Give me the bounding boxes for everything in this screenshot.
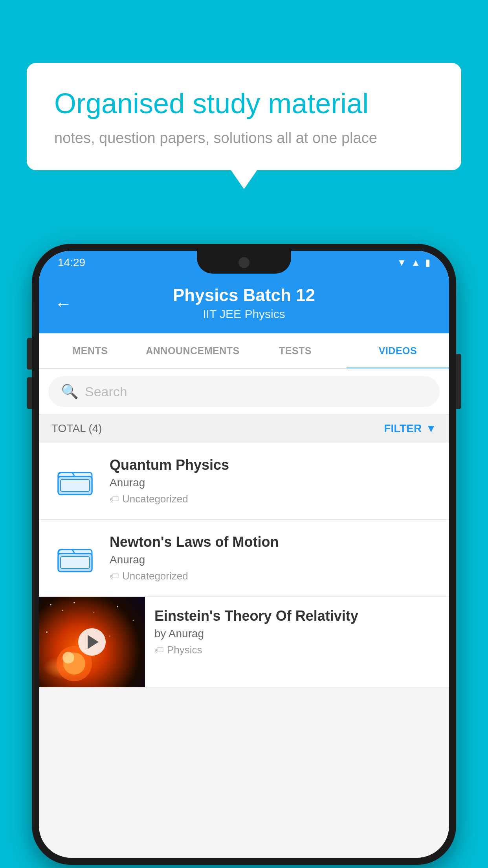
folder-icon [57,542,93,574]
video-title-2: Newton's Laws of Motion [110,534,437,550]
svg-point-7 [62,610,63,611]
video-tag-2: 🏷 Uncategorized [110,570,437,582]
video-title-1: Quantum Physics [110,457,437,473]
folder-icon [57,465,93,497]
phone-volume-down-button [27,377,32,409]
video-info-1: Quantum Physics Anurag 🏷 Uncategorized [110,457,437,505]
search-icon: 🔍 [61,383,79,400]
filter-icon: ▼ [426,422,437,435]
phone-camera [238,257,250,268]
video-title-3: Einstein's Theory Of Relativity [154,608,440,624]
total-count: TOTAL (4) [51,422,102,435]
list-item[interactable]: Newton's Laws of Motion Anurag 🏷 Uncateg… [39,520,449,597]
wifi-icon: ▼ [397,257,406,268]
bubble-subtitle: notes, question papers, solutions all at… [54,130,434,147]
video-tag-3: 🏷 Physics [154,644,440,656]
tag-label-2: Uncategorized [122,570,188,582]
svg-rect-2 [61,480,90,491]
svg-point-6 [50,604,51,605]
battery-icon: ▮ [425,257,430,268]
play-button-3[interactable] [78,628,106,656]
tag-icon-2: 🏷 [110,571,119,582]
search-placeholder: Search [85,384,127,399]
filter-label: FILTER [384,422,422,435]
tab-videos[interactable]: VIDEOS [347,333,449,368]
video-list: Quantum Physics Anurag 🏷 Uncategorized [39,443,449,688]
video-thumbnail-3 [39,597,145,687]
phone-power-button [456,354,461,409]
list-item[interactable]: Einstein's Theory Of Relativity by Anura… [39,597,449,688]
back-button[interactable]: ← [55,294,72,314]
tab-announcements[interactable]: ANNOUNCEMENTS [141,333,244,368]
status-icons: ▼ ▲ ▮ [397,257,430,268]
video-info-3: Einstein's Theory Of Relativity by Anura… [145,597,449,667]
tag-label-3: Physics [167,644,202,656]
phone-notch [197,251,291,274]
video-author-3: by Anurag [154,627,440,640]
filter-bar: TOTAL (4) FILTER ▼ [39,414,449,443]
svg-point-8 [73,602,75,603]
speech-bubble-container: Organised study material notes, question… [27,63,461,170]
svg-rect-5 [61,557,90,568]
video-author-2: Anurag [110,554,437,566]
svg-point-13 [109,636,110,637]
svg-point-10 [117,606,118,607]
svg-point-9 [94,612,95,613]
app-header: ← Physics Batch 12 IIT JEE Physics [39,274,449,333]
tab-tests[interactable]: TESTS [244,333,347,368]
status-time: 14:29 [58,256,85,269]
tag-icon-1: 🏷 [110,494,119,505]
phone-outer: 14:29 ▼ ▲ ▮ ← Physics Batch 12 IIT JEE P… [32,244,456,865]
header-title: Physics Batch 12 [58,285,430,305]
tag-icon-3: 🏷 [154,645,164,656]
play-triangle-icon [88,635,99,649]
video-author-1: Anurag [110,476,437,489]
signal-icon: ▲ [411,257,420,268]
folder-thumbnail-1 [51,458,99,505]
phone-screen: 14:29 ▼ ▲ ▮ ← Physics Batch 12 IIT JEE P… [39,251,449,858]
folder-thumbnail-2 [51,535,99,582]
tab-ments[interactable]: MENTS [39,333,141,368]
filter-button[interactable]: FILTER ▼ [384,422,437,435]
tag-label-1: Uncategorized [122,493,188,505]
speech-bubble: Organised study material notes, question… [27,63,461,170]
search-bar[interactable]: 🔍 Search [48,376,440,407]
svg-point-12 [46,631,48,633]
search-container: 🔍 Search [39,369,449,414]
video-tag-1: 🏷 Uncategorized [110,493,437,505]
svg-point-16 [62,652,74,664]
phone-frame: 14:29 ▼ ▲ ▮ ← Physics Batch 12 IIT JEE P… [32,244,456,865]
phone-volume-up-button [27,338,32,370]
header-subtitle: IIT JEE Physics [58,307,430,321]
bubble-title: Organised study material [54,86,434,120]
tabs-bar: MENTS ANNOUNCEMENTS TESTS VIDEOS [39,333,449,369]
list-item[interactable]: Quantum Physics Anurag 🏷 Uncategorized [39,443,449,520]
video-info-2: Newton's Laws of Motion Anurag 🏷 Uncateg… [110,534,437,582]
svg-point-11 [133,620,134,621]
